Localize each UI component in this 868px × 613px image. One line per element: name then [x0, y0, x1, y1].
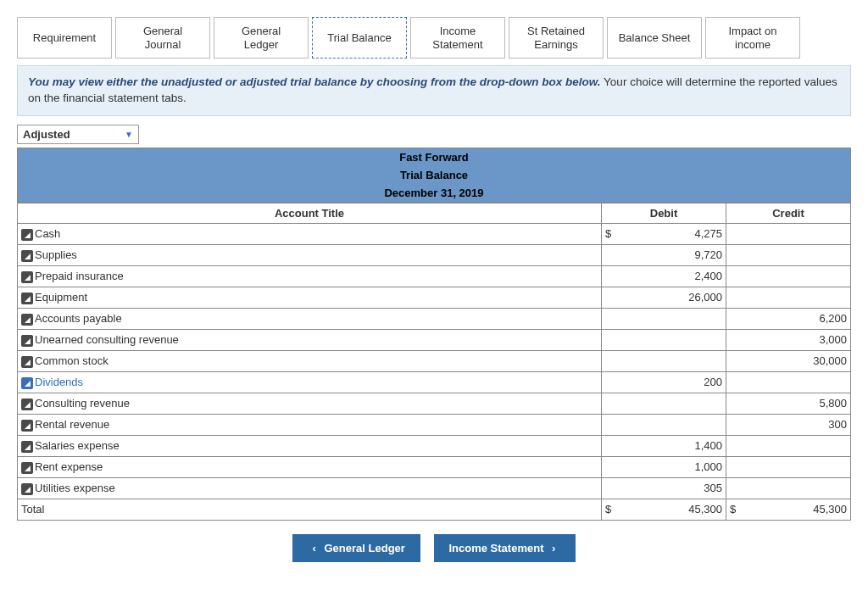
debit-currency	[602, 477, 623, 499]
nav-buttons: ‹ General Ledger Income Statement ›	[17, 534, 851, 562]
table-row: ◢Dividends200	[18, 371, 851, 393]
account-cell[interactable]: ◢Utilities expense	[18, 477, 602, 499]
row-toggle-icon[interactable]: ◢	[21, 314, 33, 326]
account-title: Supplies	[35, 248, 77, 261]
account-cell[interactable]: ◢Equipment	[18, 287, 602, 308]
debit-value[interactable]	[622, 350, 726, 371]
credit-value[interactable]	[747, 244, 851, 265]
tab-retained-earnings[interactable]: St Retained Earnings	[509, 17, 604, 59]
credit-value[interactable]	[747, 456, 851, 477]
tab-impact-income[interactable]: Impact on income	[705, 17, 800, 59]
row-toggle-icon[interactable]: ◢	[21, 356, 33, 368]
debit-currency	[602, 287, 623, 308]
row-toggle-icon[interactable]: ◢	[21, 398, 33, 410]
tab-requirement[interactable]: Requirement	[17, 17, 112, 59]
account-cell[interactable]: ◢Rent expense	[18, 456, 602, 477]
row-toggle-icon[interactable]: ◢	[21, 250, 33, 262]
tab-general-journal[interactable]: General Journal	[115, 17, 210, 59]
account-title: Dividends	[35, 376, 83, 388]
tab-bar: Requirement General Journal General Ledg…	[17, 17, 851, 59]
debit-currency	[602, 308, 623, 329]
credit-currency	[726, 265, 748, 287]
row-toggle-icon[interactable]: ◢	[21, 441, 33, 453]
debit-value[interactable]: 200	[622, 371, 726, 393]
account-title: Utilities expense	[35, 482, 115, 494]
account-cell[interactable]: ◢Dividends	[18, 371, 602, 393]
credit-currency	[726, 329, 748, 350]
table-row: ◢Prepaid insurance2,400	[18, 265, 851, 287]
debit-value[interactable]: 9,720	[622, 244, 726, 265]
account-cell[interactable]: ◢Salaries expense	[18, 435, 602, 456]
account-cell[interactable]: ◢Unearned consulting revenue	[18, 329, 602, 350]
account-title: Rental revenue	[35, 418, 109, 431]
account-title: Common stock	[35, 354, 108, 367]
account-title: Prepaid insurance	[35, 270, 124, 282]
debit-value[interactable]: 305	[622, 477, 726, 499]
table-row: ◢Cash$4,275	[18, 223, 851, 244]
total-credit: 45,300	[747, 499, 851, 520]
row-toggle-icon[interactable]: ◢	[21, 335, 33, 347]
account-title: Unearned consulting revenue	[35, 333, 179, 346]
debit-currency	[602, 393, 623, 414]
credit-currency	[726, 477, 748, 499]
credit-value[interactable]	[747, 223, 851, 244]
credit-value[interactable]	[747, 435, 851, 456]
debit-value[interactable]: 1,400	[622, 435, 726, 456]
debit-value[interactable]: 4,275	[622, 223, 726, 244]
credit-value[interactable]: 5,800	[747, 393, 851, 414]
row-toggle-icon[interactable]: ◢	[21, 271, 33, 283]
account-title: Accounts payable	[35, 312, 122, 325]
account-cell[interactable]: ◢Cash	[18, 223, 602, 244]
row-toggle-icon[interactable]: ◢	[21, 293, 33, 304]
debit-currency	[602, 371, 623, 393]
tab-income-statement[interactable]: Income Statement	[410, 17, 505, 59]
debit-value[interactable]	[622, 308, 726, 329]
total-debit: 45,300	[622, 499, 726, 520]
debit-value[interactable]: 2,400	[622, 265, 726, 287]
tab-trial-balance[interactable]: Trial Balance	[312, 17, 407, 59]
debit-value[interactable]: 1,000	[622, 456, 726, 477]
debit-value[interactable]	[622, 393, 726, 414]
tab-balance-sheet[interactable]: Balance Sheet	[607, 17, 702, 59]
credit-value[interactable]	[747, 477, 851, 499]
prev-button[interactable]: ‹ General Ledger	[292, 534, 420, 562]
credit-value[interactable]: 300	[747, 414, 851, 435]
debit-currency	[602, 456, 623, 477]
debit-currency	[602, 265, 623, 287]
credit-currency	[726, 350, 748, 371]
total-credit-currency: $	[726, 499, 748, 520]
account-cell[interactable]: ◢Consulting revenue	[18, 393, 602, 414]
tab-general-ledger[interactable]: General Ledger	[214, 17, 309, 59]
credit-value[interactable]: 3,000	[747, 329, 851, 350]
account-cell[interactable]: ◢Rental revenue	[18, 414, 602, 435]
col-account: Account Title	[18, 203, 602, 223]
account-cell[interactable]: ◢Common stock	[18, 350, 602, 371]
credit-currency	[726, 371, 748, 393]
debit-value[interactable]	[622, 329, 726, 350]
report-header: Fast Forward Trial Balance December 31, …	[17, 148, 851, 203]
credit-currency	[726, 435, 748, 456]
credit-value[interactable]	[747, 287, 851, 308]
row-toggle-icon[interactable]: ◢	[21, 420, 33, 432]
row-toggle-icon[interactable]: ◢	[21, 229, 33, 241]
credit-currency	[726, 393, 748, 414]
chevron-left-icon: ‹	[313, 542, 316, 554]
account-cell[interactable]: ◢Prepaid insurance	[18, 265, 602, 287]
row-toggle-icon[interactable]: ◢	[21, 462, 33, 474]
credit-value[interactable]: 30,000	[747, 350, 851, 371]
total-debit-currency: $	[602, 499, 623, 520]
credit-value[interactable]: 6,200	[747, 308, 851, 329]
account-cell[interactable]: ◢Accounts payable	[18, 308, 602, 329]
adjustment-dropdown[interactable]: Adjusted ▼	[17, 125, 139, 144]
account-cell[interactable]: ◢Supplies	[18, 244, 602, 265]
debit-value[interactable]	[622, 414, 726, 435]
debit-value[interactable]: 26,000	[622, 287, 726, 308]
col-credit: Credit	[726, 203, 851, 223]
credit-value[interactable]	[747, 371, 851, 393]
credit-value[interactable]	[747, 265, 851, 287]
row-toggle-icon[interactable]: ◢	[21, 483, 33, 495]
report-date: December 31, 2019	[18, 184, 850, 202]
table-row: ◢Utilities expense305	[18, 477, 851, 499]
next-button[interactable]: Income Statement ›	[434, 534, 576, 562]
row-toggle-icon[interactable]: ◢	[21, 377, 33, 389]
